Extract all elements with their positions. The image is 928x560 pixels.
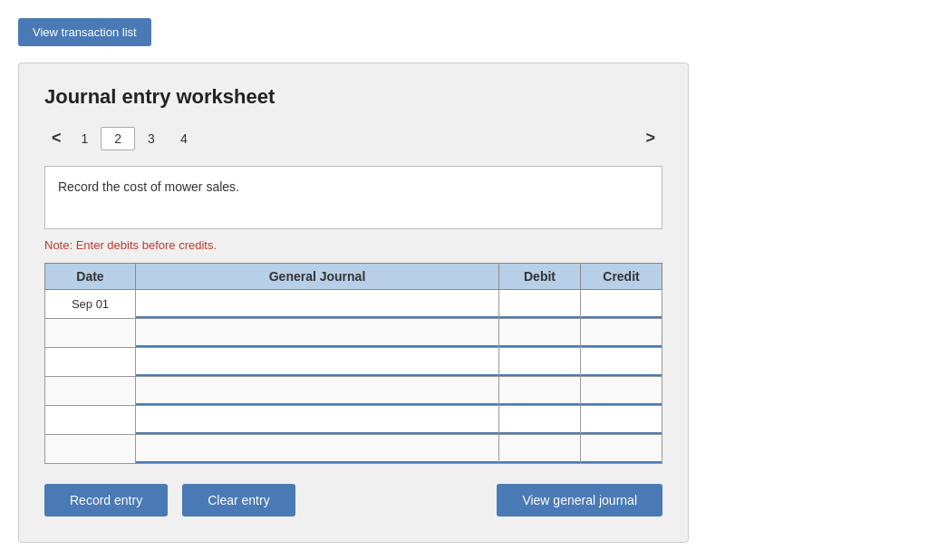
credit-input[interactable] [581,348,662,376]
credit-input[interactable] [581,290,662,318]
debit-input[interactable] [499,377,580,405]
journal-input-cell[interactable] [136,348,499,377]
date-cell [45,377,136,406]
debit-input-cell[interactable] [499,348,581,377]
table-row: Sep 01 [45,290,662,319]
table-row [45,377,662,406]
col-header-date: Date [45,264,136,290]
col-header-credit: Credit [581,264,662,290]
journal-input[interactable] [136,406,498,434]
credit-input-cell[interactable] [581,290,662,319]
credit-input[interactable] [581,406,662,434]
worksheet-container: Journal entry worksheet < 1 2 3 4 > Reco… [18,63,689,543]
date-cell [45,406,136,435]
debit-input-cell[interactable] [499,406,581,435]
credit-input-cell[interactable] [581,377,662,406]
view-transaction-list-button[interactable]: View transaction list [18,18,151,46]
table-row [45,319,662,348]
journal-input-cell[interactable] [136,435,499,464]
journal-input-cell[interactable] [136,319,499,348]
table-row [45,406,662,435]
journal-input[interactable] [136,348,498,376]
credit-input[interactable] [581,377,662,405]
pagination: < 1 2 3 4 > [44,125,662,151]
journal-table: Date General Journal Debit Credit Sep 01 [44,263,662,464]
debit-input-cell[interactable] [499,377,581,406]
table-row [45,348,662,377]
col-header-general-journal: General Journal [136,264,499,290]
credit-input-cell[interactable] [581,319,662,348]
journal-input[interactable] [136,377,498,405]
debit-input-cell[interactable] [499,319,581,348]
col-header-debit: Debit [499,264,581,290]
pagination-prev-button[interactable]: < [44,125,69,151]
journal-input-cell[interactable] [136,290,499,319]
description-box: Record the cost of mower sales. [44,166,662,229]
page-1-button[interactable]: 1 [69,128,102,150]
page-2-button[interactable]: 2 [101,127,135,150]
debit-input-cell[interactable] [499,290,581,319]
debit-input[interactable] [499,348,580,376]
date-cell [45,435,136,464]
buttons-row: Record entry Clear entry View general jo… [44,484,662,517]
date-cell [45,319,136,348]
debit-input[interactable] [499,290,580,318]
credit-input[interactable] [581,435,662,463]
credit-input-cell[interactable] [581,406,662,435]
journal-input[interactable] [136,435,498,463]
date-cell: Sep 01 [45,290,136,319]
debit-input[interactable] [499,406,580,434]
credit-input-cell[interactable] [581,435,662,464]
journal-input[interactable] [136,290,498,318]
journal-input[interactable] [136,319,498,347]
view-general-journal-button[interactable]: View general journal [497,484,662,517]
record-entry-button[interactable]: Record entry [44,484,168,517]
date-cell [45,348,136,377]
journal-input-cell[interactable] [136,377,499,406]
credit-input-cell[interactable] [581,348,662,377]
debit-input[interactable] [499,319,580,347]
page-4-button[interactable]: 4 [168,128,200,150]
pagination-next-button[interactable]: > [638,125,662,151]
worksheet-title: Journal entry worksheet [44,85,662,109]
note-text: Note: Enter debits before credits. [44,238,662,252]
journal-input-cell[interactable] [136,406,499,435]
debit-input[interactable] [499,435,580,463]
credit-input[interactable] [581,319,662,347]
table-row [45,435,662,464]
debit-input-cell[interactable] [499,435,581,464]
clear-entry-button[interactable]: Clear entry [182,484,295,517]
page-3-button[interactable]: 3 [135,128,168,150]
